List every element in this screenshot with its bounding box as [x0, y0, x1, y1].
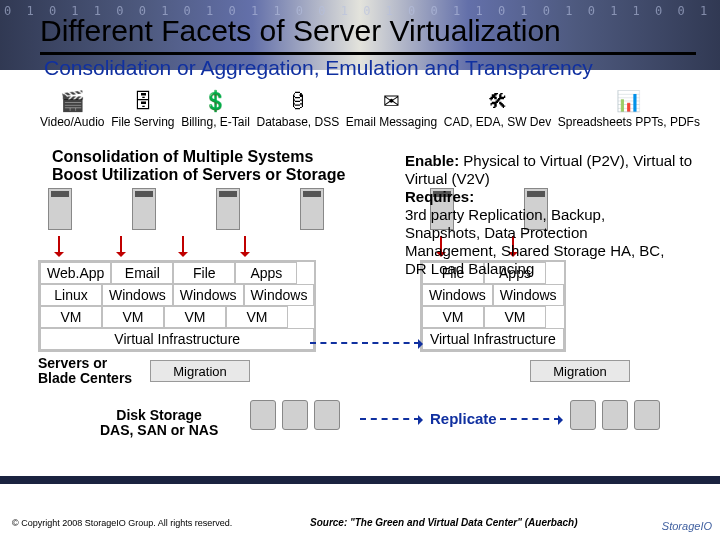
vm-cell: Windows: [244, 284, 315, 306]
workload-item: 🛢Database, DSS: [256, 88, 339, 129]
workload-row: 🎬Video/Audio🗄File Serving💲Billing, E-Tai…: [40, 88, 700, 129]
workload-item: 💲Billing, E-Tail: [181, 88, 250, 129]
workload-item: 🎬Video/Audio: [40, 88, 105, 129]
migration-box-left: Migration: [150, 360, 250, 382]
vm-cell: Windows: [422, 284, 493, 306]
arrow-down-icon: [244, 236, 246, 256]
vm-cell: VM: [164, 306, 226, 328]
workload-item: 📊Spreadsheets PPTs, PDFs: [558, 88, 700, 129]
disk-label-l2: DAS, SAN or NAS: [100, 423, 218, 438]
source-text: Source: "The Green and Virtual Data Cent…: [310, 517, 578, 528]
vm-cell: VM: [226, 306, 288, 328]
vm-row: LinuxWindowsWindowsWindows: [40, 284, 314, 306]
workload-label: Spreadsheets PPTs, PDFs: [558, 116, 700, 129]
arrow-down-icon: [120, 236, 122, 256]
vm-cell: VM: [102, 306, 164, 328]
vm-row: Web.AppEmailFileApps: [40, 262, 314, 284]
migration-label: Migration: [553, 364, 606, 379]
footer-band: [0, 476, 720, 484]
vm-cell: VM: [484, 306, 546, 328]
workload-icon: ✉: [374, 88, 410, 114]
requires-label: Requires:: [405, 188, 474, 205]
workload-icon: 🗄: [125, 88, 161, 114]
disk-icon: [314, 400, 340, 430]
enable-label: Enable:: [405, 152, 459, 169]
vm-cell: Web.App: [40, 262, 111, 284]
vm-cell: VM: [40, 306, 102, 328]
workload-label: File Serving: [111, 116, 174, 129]
workload-icon: 🛠: [480, 88, 516, 114]
dashed-arrow: [360, 418, 420, 420]
vm-cell: VM: [422, 306, 484, 328]
dashed-arrow: [500, 418, 560, 420]
vm-cell: Apps: [235, 262, 297, 284]
virtual-infrastructure-bar: Virtual Infrastructure: [40, 328, 314, 350]
disk-icons-right: [570, 400, 660, 430]
arrows-left: [58, 232, 246, 260]
vm-cell: Windows: [493, 284, 564, 306]
arrow-down-icon: [182, 236, 184, 256]
dashed-arrow: [310, 342, 420, 344]
disk-icons-left: [250, 400, 340, 430]
vm-row: VMVM: [422, 306, 564, 328]
server-icons-left: [48, 188, 324, 230]
page-subtitle: Consolidation or Aggregation, Emulation …: [44, 56, 593, 80]
migration-box-right: Migration: [530, 360, 630, 382]
disk-label-l1: Disk Storage: [100, 408, 218, 423]
workload-label: Billing, E-Tail: [181, 116, 250, 129]
replicate-label: Replicate: [430, 410, 497, 427]
workload-item: ✉Email Messaging: [346, 88, 437, 129]
vm-row: VMVMVMVM: [40, 306, 314, 328]
vm-cell: Windows: [173, 284, 244, 306]
vm-block-left: Web.AppEmailFileAppsLinuxWindowsWindowsW…: [38, 260, 316, 352]
workload-label: CAD, EDA, SW Dev: [444, 116, 551, 129]
server-icon: [216, 188, 240, 230]
virtual-infrastructure-bar: Virtual Infrastructure: [422, 328, 564, 350]
disk-icon: [602, 400, 628, 430]
disk-storage-label: Disk Storage DAS, SAN or NAS: [100, 408, 218, 439]
workload-label: Database, DSS: [256, 116, 339, 129]
server-icon: [132, 188, 156, 230]
servers-blade-label: Servers or Blade Centers: [38, 356, 132, 387]
enable-requires-text: Enable: Physical to Virtual (P2V), Virtu…: [405, 152, 720, 278]
disk-icon: [282, 400, 308, 430]
workload-icon: 🎬: [54, 88, 90, 114]
server-icon: [48, 188, 72, 230]
workload-icon: 🛢: [280, 88, 316, 114]
servers-label-l1: Servers or: [38, 356, 132, 371]
copyright-text: © Copyright 2008 StorageIO Group. All ri…: [12, 518, 232, 528]
vm-cell: Windows: [102, 284, 173, 306]
page-title: Different Facets of Server Virtualizatio…: [40, 14, 680, 48]
storageio-logo: StorageIO: [662, 520, 712, 532]
vm-cell: Email: [111, 262, 173, 284]
workload-label: Email Messaging: [346, 116, 437, 129]
server-icon: [300, 188, 324, 230]
workload-item: 🗄File Serving: [111, 88, 174, 129]
vm-row: WindowsWindows: [422, 284, 564, 306]
migration-label: Migration: [173, 364, 226, 379]
disk-icon: [250, 400, 276, 430]
consolidation-line1: Consolidation of Multiple Systems: [52, 148, 345, 166]
requires-items: 3rd party Replication, Backup, Snapshots…: [405, 206, 665, 278]
disk-icon: [570, 400, 596, 430]
workload-label: Video/Audio: [40, 116, 105, 129]
title-underline: [40, 52, 696, 55]
footer: © Copyright 2008 StorageIO Group. All ri…: [0, 476, 720, 536]
consolidation-line2: Boost Utilization of Servers or Storage: [52, 166, 345, 184]
arrow-down-icon: [58, 236, 60, 256]
consolidation-heading: Consolidation of Multiple Systems Boost …: [52, 148, 345, 183]
vm-cell: Linux: [40, 284, 102, 306]
workload-icon: 💲: [197, 88, 233, 114]
servers-label-l2: Blade Centers: [38, 371, 132, 386]
workload-item: 🛠CAD, EDA, SW Dev: [444, 88, 551, 129]
workload-icon: 📊: [611, 88, 647, 114]
disk-icon: [634, 400, 660, 430]
vm-cell: File: [173, 262, 235, 284]
